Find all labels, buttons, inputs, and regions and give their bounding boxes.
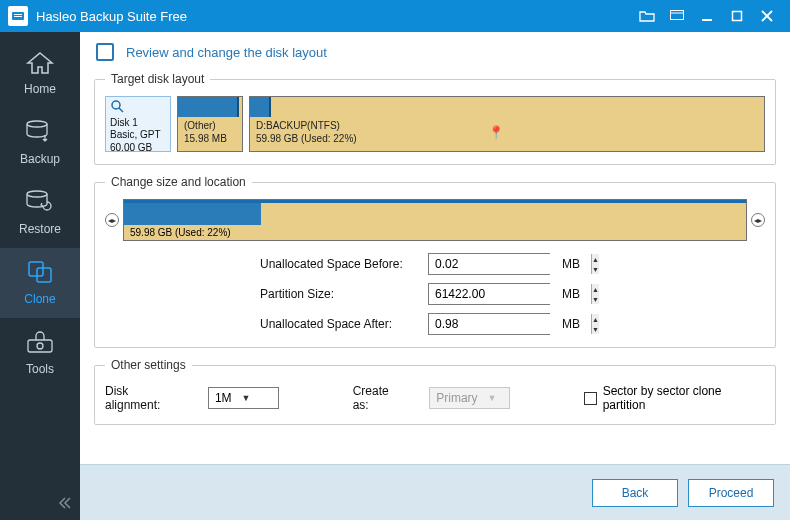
partition-size: 15.98 MB [184, 132, 236, 145]
unalloc-after-input[interactable]: ▲▼ [428, 313, 550, 335]
step-up-icon[interactable]: ▲ [592, 284, 599, 294]
main-panel: Review and change the disk layout Target… [80, 32, 790, 520]
partition-block-backup[interactable]: D:BACKUP(NTFS) 59.98 GB (Used: 22%) 📍 [249, 96, 765, 152]
chevron-down-icon: ▼ [242, 393, 251, 403]
create-as-select: Primary ▼ [429, 387, 510, 409]
target-disk-layout-group: Target disk layout Disk 1 Basic, GPT 60.… [94, 72, 776, 165]
unit-label: MB [562, 287, 580, 301]
sidebar-item-label: Clone [24, 292, 55, 306]
back-button[interactable]: Back [592, 479, 678, 507]
legend-target: Target disk layout [105, 72, 210, 86]
disk-alignment-select[interactable]: 1M ▼ [208, 387, 279, 409]
window-title: Hasleo Backup Suite Free [36, 9, 632, 24]
svg-point-14 [37, 343, 43, 349]
tile-icon[interactable] [662, 0, 692, 32]
svg-line-16 [119, 108, 123, 112]
change-size-group: Change size and location ◂▸ 59.98 GB (Us… [94, 175, 776, 348]
sidebar-item-tools[interactable]: Tools [0, 318, 80, 388]
partition-label: D:BACKUP(NTFS) [256, 119, 758, 132]
svg-point-9 [27, 121, 47, 127]
partition-label: (Other) [184, 119, 236, 132]
page-title: Review and change the disk layout [126, 45, 327, 60]
step-down-icon[interactable]: ▼ [592, 324, 599, 334]
disk-scheme: Basic, GPT [110, 129, 166, 142]
step-down-icon[interactable]: ▼ [592, 264, 599, 274]
partition-size-label: Partition Size: [260, 287, 420, 301]
footer: Back Proceed [80, 464, 790, 520]
disk-card[interactable]: Disk 1 Basic, GPT 60.00 GB [105, 96, 171, 152]
app-logo [8, 6, 28, 26]
unalloc-before-input[interactable]: ▲▼ [428, 253, 550, 275]
resize-handle-left[interactable]: ◂▸ [105, 213, 119, 227]
sidebar-item-clone[interactable]: Clone [0, 248, 80, 318]
sidebar-item-label: Restore [19, 222, 61, 236]
open-icon[interactable] [632, 0, 662, 32]
minimize-button[interactable] [692, 0, 722, 32]
svg-rect-3 [671, 11, 684, 20]
sidebar-item-label: Backup [20, 152, 60, 166]
disk-layout-icon [96, 43, 114, 61]
legend-other: Other settings [105, 358, 192, 372]
unalloc-after-label: Unallocated Space After: [260, 317, 420, 331]
sector-by-sector-label: Sector by sector clone partition [603, 384, 765, 412]
location-pin-icon: 📍 [488, 125, 504, 142]
svg-rect-6 [733, 12, 742, 21]
unit-label: MB [562, 317, 580, 331]
sidebar-item-backup[interactable]: Backup [0, 108, 80, 178]
disk-capacity: 60.00 GB [110, 142, 166, 155]
svg-rect-2 [14, 16, 22, 17]
page-header: Review and change the disk layout [80, 32, 790, 72]
svg-rect-12 [37, 268, 51, 282]
partition-block-other[interactable]: (Other) 15.98 MB [177, 96, 243, 152]
close-button[interactable] [752, 0, 782, 32]
chevron-down-icon: ▼ [488, 393, 497, 403]
other-settings-group: Other settings Disk alignment: 1M ▼ Crea… [94, 358, 776, 425]
resize-info: 59.98 GB (Used: 22%) [124, 225, 746, 240]
partition-size-input[interactable]: ▲▼ [428, 283, 550, 305]
proceed-button[interactable]: Proceed [688, 479, 774, 507]
svg-point-10 [27, 191, 47, 197]
sidebar-item-label: Tools [26, 362, 54, 376]
svg-rect-13 [28, 340, 52, 352]
collapse-sidebar-icon[interactable] [58, 497, 72, 512]
disk-name: Disk 1 [110, 117, 166, 130]
create-as-label: Create as: [353, 384, 408, 412]
maximize-button[interactable] [722, 0, 752, 32]
legend-resize: Change size and location [105, 175, 252, 189]
sidebar-item-home[interactable]: Home [0, 40, 80, 108]
sidebar-item-restore[interactable]: Restore [0, 178, 80, 248]
unalloc-before-label: Unallocated Space Before: [260, 257, 420, 271]
svg-rect-1 [14, 14, 22, 15]
sidebar: Home Backup Restore Clone Tools [0, 32, 80, 520]
svg-rect-11 [29, 262, 43, 276]
step-up-icon[interactable]: ▲ [592, 254, 599, 264]
svg-point-15 [112, 101, 120, 109]
resize-partition-block[interactable]: 59.98 GB (Used: 22%) [123, 199, 747, 241]
create-as-value: Primary [436, 391, 477, 405]
step-up-icon[interactable]: ▲ [592, 314, 599, 324]
unit-label: MB [562, 257, 580, 271]
partition-size: 59.98 GB (Used: 22%) [256, 132, 758, 145]
sector-by-sector-checkbox[interactable]: Sector by sector clone partition [584, 384, 765, 412]
titlebar: Hasleo Backup Suite Free [0, 0, 790, 32]
resize-handle-right[interactable]: ◂▸ [751, 213, 765, 227]
disk-alignment-value: 1M [215, 391, 232, 405]
disk-alignment-label: Disk alignment: [105, 384, 186, 412]
step-down-icon[interactable]: ▼ [592, 294, 599, 304]
magnify-icon [110, 99, 124, 113]
sidebar-item-label: Home [24, 82, 56, 96]
checkbox-icon [584, 392, 597, 405]
